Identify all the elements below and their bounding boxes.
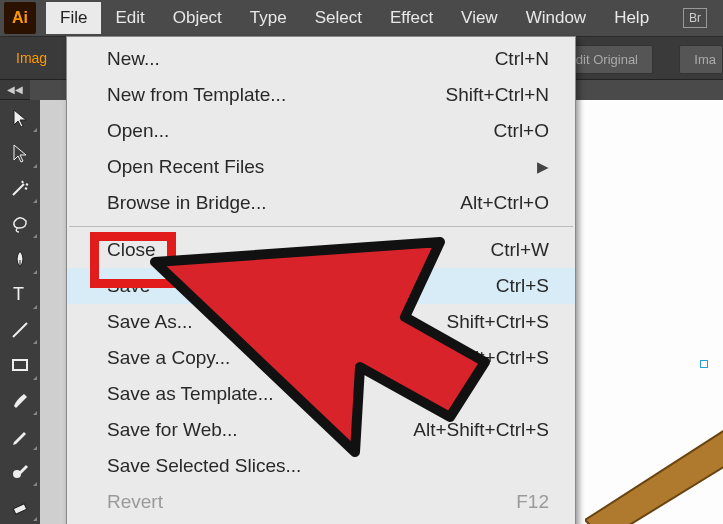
selection-tool[interactable]	[0, 100, 40, 135]
menu-item-label: Open Recent Files	[107, 153, 264, 181]
menu-file[interactable]: File	[46, 2, 101, 34]
menu-edit[interactable]: Edit	[101, 2, 158, 34]
menu-window[interactable]: Window	[512, 2, 600, 34]
menu-object[interactable]: Object	[159, 2, 236, 34]
type-icon: T	[10, 284, 30, 304]
blob-brush-icon	[10, 461, 30, 481]
line-tool[interactable]	[0, 312, 40, 347]
eraser-tool[interactable]	[0, 489, 40, 524]
menu-item-shortcut: Alt+Ctrl+O	[460, 189, 549, 217]
svg-line-1	[13, 323, 27, 337]
pointer-arrow-annotation	[145, 232, 505, 462]
pencil-tool[interactable]	[0, 418, 40, 453]
rectangle-icon	[10, 355, 30, 375]
direct-selection-icon	[10, 143, 30, 163]
menu-item-label: Revert	[107, 488, 163, 516]
lasso-tool[interactable]	[0, 206, 40, 241]
svg-rect-2	[13, 360, 27, 370]
menu-item-label: Open...	[107, 117, 169, 145]
menu-item-shortcut: Ctrl+O	[494, 117, 549, 145]
line-icon	[10, 320, 30, 340]
selection-handle[interactable]	[700, 360, 708, 368]
menu-item-shortcut: F12	[516, 488, 549, 516]
menu-view[interactable]: View	[447, 2, 512, 34]
menu-help[interactable]: Help	[600, 2, 663, 34]
menu-select[interactable]: Select	[301, 2, 376, 34]
artwork-shape	[585, 430, 723, 524]
menu-item-label: New...	[107, 45, 160, 73]
menu-separator	[69, 226, 573, 227]
pen-icon	[10, 249, 30, 269]
type-tool[interactable]: T	[0, 277, 40, 312]
menu-item-new-from-template[interactable]: New from Template...Shift+Ctrl+N	[67, 77, 575, 113]
image-button-partial[interactable]: Ima	[679, 45, 723, 74]
blob-brush-tool[interactable]	[0, 453, 40, 488]
menu-item-shortcut: Ctrl+N	[495, 45, 549, 73]
menu-item-new[interactable]: New...Ctrl+N	[67, 41, 575, 77]
panel-collapse-icon[interactable]: ◀◀	[0, 80, 30, 100]
pen-tool[interactable]	[0, 241, 40, 276]
svg-rect-4	[13, 504, 26, 515]
paintbrush-icon	[10, 390, 30, 410]
menu-item-shortcut: Shift+Ctrl+N	[446, 81, 549, 109]
menu-item-label: Browse in Bridge...	[107, 189, 266, 217]
menu-type[interactable]: Type	[236, 2, 301, 34]
menu-item-browse-in-bridge[interactable]: Browse in Bridge...Alt+Ctrl+O	[67, 185, 575, 221]
svg-text:T: T	[13, 284, 24, 304]
paintbrush-tool[interactable]	[0, 383, 40, 418]
rectangle-tool[interactable]	[0, 347, 40, 382]
eraser-icon	[10, 496, 30, 516]
menu-bar: Ai FileEditObjectTypeSelectEffectViewWin…	[0, 0, 723, 36]
menu-item-revert: RevertF12	[67, 484, 575, 520]
submenu-arrow-icon: ▶	[537, 153, 549, 181]
lasso-icon	[10, 214, 30, 234]
pencil-icon	[10, 426, 30, 446]
tools-panel: T	[0, 100, 40, 524]
magic-wand-icon	[10, 178, 30, 198]
bridge-icon[interactable]: Br	[683, 8, 707, 28]
control-label: Imag	[16, 50, 47, 66]
menu-effect[interactable]: Effect	[376, 2, 447, 34]
menu-item-open[interactable]: Open...Ctrl+O	[67, 113, 575, 149]
menu-item-open-recent-files[interactable]: Open Recent Files▶	[67, 149, 575, 185]
artboard[interactable]	[575, 100, 723, 524]
selection-icon	[10, 108, 30, 128]
magic-wand-tool[interactable]	[0, 171, 40, 206]
app-icon: Ai	[4, 2, 36, 34]
direct-selection-tool[interactable]	[0, 135, 40, 170]
menu-item-label: New from Template...	[107, 81, 286, 109]
